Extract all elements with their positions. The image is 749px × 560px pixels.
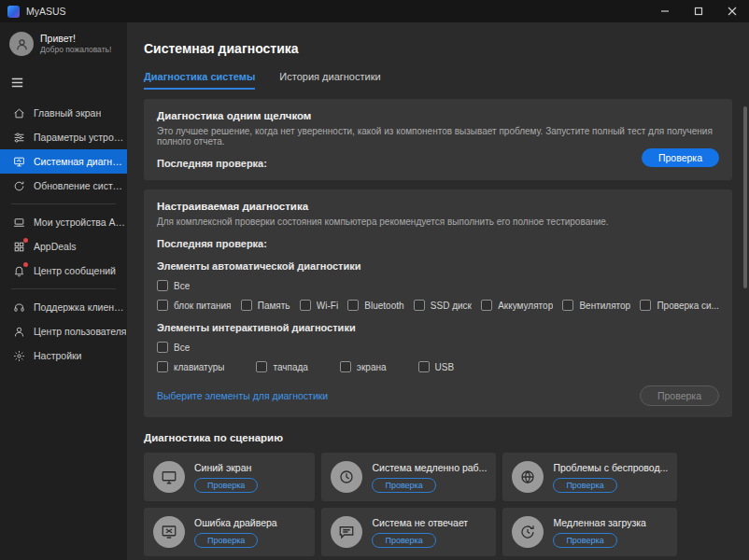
checkbox-system-check[interactable]: Проверка си... <box>640 300 719 311</box>
checkbox-memory[interactable]: Память <box>241 300 290 311</box>
checkbox-bluetooth[interactable]: Bluetooth <box>347 300 403 311</box>
sidebar-item-system-update[interactable]: Обновление системы <box>0 174 127 198</box>
custom-diagnostics-card: Настраиваемая диагностика Для комплексно… <box>144 189 732 417</box>
menu-toggle-button[interactable] <box>0 67 127 101</box>
checkbox-box <box>256 361 267 372</box>
checkbox-power-supply[interactable]: блок питания <box>157 300 232 311</box>
sidebar-item-my-devices[interactable]: Мои устройства ASUS <box>0 210 127 234</box>
sidebar-divider <box>11 288 116 289</box>
one-click-diagnostics-card: Диагностика одним щелчком Это лучшее реш… <box>144 99 732 180</box>
sidebar-item-device-settings[interactable]: Параметры устройства <box>0 125 127 149</box>
sidebar-item-user-center[interactable]: Центр пользователя <box>0 319 127 343</box>
checkbox-box <box>347 300 359 311</box>
wireless-problem-icon <box>512 461 544 493</box>
checkbox-keyboard[interactable]: клавиатуры <box>157 361 224 372</box>
diagnostics-icon <box>12 155 25 168</box>
checkbox-box <box>640 300 651 311</box>
checkbox-box <box>157 300 168 311</box>
scenario-card-slow-boot: Медленная загрузка Проверка <box>502 508 677 556</box>
last-check-label: Последняя проверка: <box>157 238 719 249</box>
hamburger-icon <box>11 77 23 88</box>
card-title: Диагностика одним щелчком <box>157 110 719 121</box>
not-responding-icon <box>331 516 362 548</box>
sidebar-item-system-diagnostics[interactable]: Системная диагностика <box>0 149 127 174</box>
checkbox-touchpad[interactable]: тачпада <box>256 361 307 372</box>
sidebar-item-home[interactable]: Главный экран <box>0 101 127 125</box>
scenario-card-blue-screen: Синий экран Проверка <box>144 453 315 501</box>
user-block[interactable]: Привет! Добро пожаловать! <box>0 22 127 67</box>
maximize-button[interactable] <box>682 0 715 22</box>
scrollbar-thumb[interactable] <box>743 106 747 288</box>
checkbox-box <box>418 361 430 372</box>
scenario-check-button[interactable]: Проверка <box>372 478 435 493</box>
checkbox-box <box>562 300 573 311</box>
main-content: Системная диагностика Диагностика систем… <box>127 22 749 560</box>
checkbox-box <box>481 300 492 311</box>
scenario-section-title: Диагностика по сценарию <box>144 432 732 443</box>
checkbox-battery[interactable]: Аккумулятор <box>481 300 553 311</box>
notification-badge <box>23 238 28 243</box>
scenario-card-wireless-problem: Проблемы с беспровод... Проверка <box>502 453 677 501</box>
auto-diagnostics-section-title: Элементы автоматической диагностики <box>157 260 719 272</box>
page-title: Системная диагностика <box>144 41 732 56</box>
select-diagnostics-link[interactable]: Выберите элементы для диагностики <box>157 390 328 401</box>
scenario-card-slow-system: Система медленно раб... Проверка <box>321 453 496 501</box>
scenario-check-button[interactable]: Проверка <box>372 533 435 548</box>
bell-icon <box>12 264 25 277</box>
headset-icon <box>12 301 25 314</box>
scenario-card-not-responding: Система не отвечает Проверка <box>321 508 496 556</box>
one-click-check-button[interactable]: Проверка <box>642 148 719 167</box>
scenario-check-button[interactable]: Проверка <box>194 533 258 548</box>
checkbox-interactive-all[interactable]: Все <box>157 342 190 353</box>
scenario-check-button[interactable]: Проверка <box>553 478 616 493</box>
user-icon <box>15 37 29 51</box>
custom-check-button[interactable]: Проверка <box>640 385 719 406</box>
scenario-card-driver-error: Ошибка драйвера Проверка <box>144 508 315 556</box>
checkbox-screen[interactable]: экрана <box>340 361 387 372</box>
card-title: Настраиваемая диагностика <box>157 201 719 212</box>
checkbox-box <box>414 300 425 311</box>
gear-icon <box>12 349 25 362</box>
sidebar: Привет! Добро пожаловать! Главный экран … <box>0 22 127 560</box>
sidebar-item-message-center[interactable]: Центр сообщений <box>0 259 127 283</box>
tab-system-diagnostics[interactable]: Диагностика системы <box>144 71 255 90</box>
close-icon <box>728 7 737 16</box>
driver-error-icon <box>153 516 185 548</box>
scenario-grid: Синий экран Проверка Система медленно ра… <box>144 453 648 560</box>
last-check-label: Последняя проверка: <box>157 158 267 169</box>
minimize-button[interactable] <box>648 0 682 22</box>
scenario-check-button[interactable]: Проверка <box>194 478 258 493</box>
checkbox-auto-all[interactable]: Все <box>157 280 190 291</box>
checkbox-usb[interactable]: USB <box>418 361 455 372</box>
home-icon <box>12 106 25 119</box>
welcome-text: Добро пожаловать! <box>40 45 111 55</box>
checkbox-box <box>300 300 311 311</box>
checkbox-ssd[interactable]: SSD диск <box>414 300 472 311</box>
blue-screen-icon <box>153 461 185 493</box>
sidebar-item-settings[interactable]: Настройки <box>0 343 127 368</box>
update-icon <box>12 179 25 192</box>
sidebar-divider <box>11 203 116 204</box>
sidebar-item-appdeals[interactable]: AppDeals <box>0 234 127 259</box>
slow-boot-icon <box>512 516 544 548</box>
myasus-window: MyASUS Привет! Добро пожаловать! <box>0 0 749 560</box>
notification-badge <box>23 262 28 267</box>
close-button[interactable] <box>715 0 749 22</box>
person-icon <box>12 325 25 338</box>
checkbox-wifi[interactable]: Wi-Fi <box>300 300 338 311</box>
tab-bar: Диагностика системы История диагностики <box>144 71 732 90</box>
scenario-check-button[interactable]: Проверка <box>553 533 616 548</box>
card-description: Для комплексной проверки состояния компь… <box>157 217 719 227</box>
titlebar: MyASUS <box>0 0 749 22</box>
sidebar-item-customer-support[interactable]: Поддержка клиентов <box>0 295 127 319</box>
checkbox-fan[interactable]: Вентилятор <box>562 300 630 311</box>
app-title: MyASUS <box>26 6 66 17</box>
sliders-icon <box>12 131 25 144</box>
checkbox-box <box>157 342 168 353</box>
avatar <box>9 32 34 56</box>
greeting-text: Привет! <box>40 33 111 45</box>
slow-system-icon <box>331 461 362 493</box>
checkbox-box <box>157 280 168 291</box>
card-description: Это лучшее решение, когда нет уверенност… <box>157 126 719 147</box>
tab-diagnostics-history[interactable]: История диагностики <box>279 71 380 90</box>
